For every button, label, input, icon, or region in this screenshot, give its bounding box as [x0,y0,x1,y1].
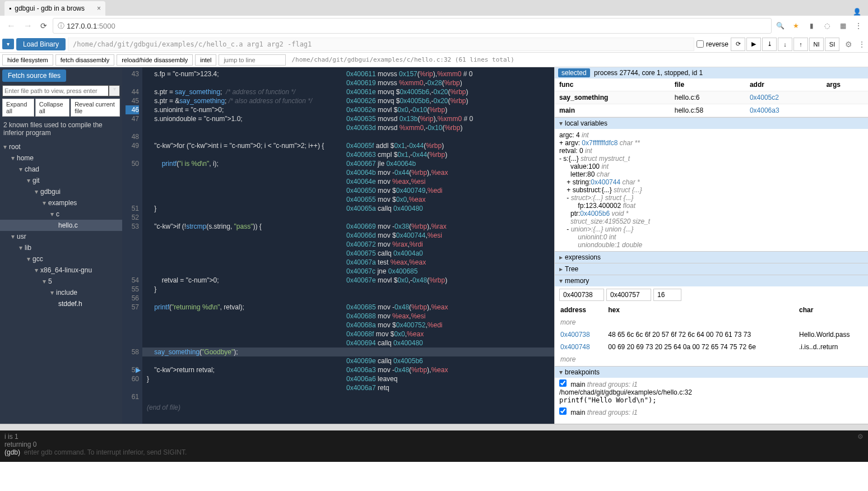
breakpoints-header[interactable]: ▾breakpoints [555,367,868,378]
line-number[interactable]: 55 [126,285,139,294]
local-var[interactable]: - union>:{...} union {...} [559,225,864,233]
reverse-checkbox[interactable]: reverse [697,40,728,48]
tree-home[interactable]: ▾home [0,152,122,164]
intel-button[interactable]: intel [195,54,216,66]
line-number[interactable] [126,78,139,87]
ext-icon-1[interactable]: ▮ [806,21,816,31]
line-number[interactable] [126,249,139,258]
file-path-input[interactable] [2,85,109,96]
memory-header[interactable]: ▾memory [555,275,868,286]
line-number[interactable] [126,168,139,177]
reload-disassembly-button[interactable]: reload/hide disassembly [117,54,193,66]
line-number[interactable]: 43 [126,70,139,78]
binary-path-input[interactable] [68,38,694,51]
forward-button[interactable]: → [21,18,35,33]
local-var[interactable]: + argv: 0x7fffffffdfc8 char ** [559,139,864,147]
line-number[interactable]: 48 [126,132,139,141]
si-button[interactable]: SI [825,38,839,51]
star-icon[interactable]: ★ [791,21,801,31]
code-pane[interactable]: 43444546474849505152535455565758596061 0… [122,67,554,424]
menu-dots-icon[interactable]: ⋮ [858,40,866,49]
mem-end-input[interactable] [606,289,651,301]
local-var[interactable]: fp:123.400002 float [559,202,864,210]
jump-to-line-input[interactable] [219,54,286,66]
line-number[interactable] [126,258,139,267]
settings-icon[interactable]: ⚙ [845,40,852,49]
locals-header[interactable]: ▾local variables [555,118,868,129]
restart-button[interactable]: ⟳ [731,38,745,51]
stack-row[interactable]: say_somethinghello.c:60x4005c2 [555,91,868,104]
binary-dropdown[interactable]: ▾ [2,39,14,49]
fetch-disassembly-button[interactable]: fetch disassembly [55,54,114,66]
line-number[interactable]: 47 [126,114,139,123]
local-var[interactable]: retval: 0 int [559,147,864,155]
tree-5[interactable]: ▾5 [0,276,122,287]
next-button[interactable]: ⤓ [762,38,777,51]
line-number[interactable] [126,240,139,249]
console-gear-icon[interactable]: ⚙ [857,433,864,441]
line-number[interactable]: 51 [126,204,139,213]
line-number[interactable]: 49 [126,141,139,150]
bp-checkbox[interactable] [559,379,567,387]
line-number[interactable]: 45 [126,96,139,105]
tab-close-icon[interactable]: × [97,4,101,12]
line-number[interactable] [126,312,139,321]
line-number[interactable]: 61 [126,392,139,401]
local-var[interactable]: - struct>:{...} struct {...} [559,194,864,202]
search-icon[interactable]: 🔍 [775,21,785,31]
tree-usr[interactable]: ▾usr [0,231,122,242]
line-number[interactable] [126,356,139,365]
line-number[interactable] [126,330,139,339]
tree-gdbgui[interactable]: ▾gdbgui [0,186,122,197]
mem-start-input[interactable] [559,289,604,301]
tree-root[interactable]: ▾root [0,141,122,152]
tree-gcc[interactable]: ▾gcc [0,253,122,265]
ext-icon-2[interactable]: ◌ [822,21,832,31]
mem-bytes-input[interactable] [653,289,681,301]
local-var[interactable]: ptr:0x4005b6 void * [559,210,864,217]
line-number[interactable] [126,150,139,159]
fetch-source-button[interactable]: Fetch source files [2,70,66,82]
tree-lib[interactable]: ▾lib [0,242,122,253]
user-profile-icon[interactable]: 👤 [853,8,861,16]
line-number[interactable]: 56 [126,294,139,303]
tree-include[interactable]: ▾include [0,287,122,298]
local-var[interactable]: value:100 int [559,163,864,170]
tree-stddef[interactable]: stddef.h [0,298,122,309]
breakpoint-row[interactable]: main thread groups: i1/home/chad/git/gdb… [555,378,868,406]
tree-examples[interactable]: ▾examples [0,197,122,209]
local-var[interactable]: + substruct:{...} struct {...} [559,186,864,194]
tree-git[interactable]: ▾git [0,175,122,186]
line-number[interactable]: 58 [126,348,139,356]
reveal-file-button[interactable]: Reveal current file [71,99,120,117]
line-number[interactable] [126,231,139,240]
line-number[interactable] [126,195,139,204]
horizontal-scrollbar[interactable] [0,424,868,430]
collapse-all-button[interactable]: Collapse all [35,99,69,117]
load-binary-button[interactable]: Load Binary [16,38,66,50]
line-number[interactable]: 53 [126,222,139,231]
line-number[interactable] [126,267,139,276]
line-number[interactable]: 44 [126,87,139,96]
breakpoint-row[interactable]: main thread groups: i1 [555,406,868,418]
local-var[interactable]: unionint:0 int [559,233,864,241]
stack-row[interactable]: mainhello.c:580x4006a3 [555,104,868,117]
file-path-dropdown[interactable]: ▾ [109,85,120,96]
bp-checkbox[interactable] [559,407,567,415]
mem-more-top[interactable]: more [556,317,867,328]
local-var[interactable]: uniondouble:1 double [559,241,864,249]
line-number[interactable]: 57 [126,303,139,312]
local-var[interactable]: letter:80 char [559,170,864,178]
line-number[interactable] [126,177,139,186]
thread-banner[interactable]: selected process 27744, core 1, stopped,… [555,67,868,78]
line-number[interactable] [126,321,139,330]
line-number[interactable]: 54 [126,276,139,285]
local-var[interactable]: + string:0x400744 char * [559,178,864,186]
ni-button[interactable]: NI [809,38,824,51]
local-var[interactable]: struct_size:4195520 size_t [559,217,864,225]
step-button[interactable]: ↓ [778,38,792,51]
tree-c[interactable]: ▾c [0,209,122,220]
ext-icon-3[interactable]: ▦ [838,21,848,31]
tree-x86[interactable]: ▾x86_64-linux-gnu [0,265,122,276]
hide-filesystem-button[interactable]: hide filesystem [2,54,53,66]
